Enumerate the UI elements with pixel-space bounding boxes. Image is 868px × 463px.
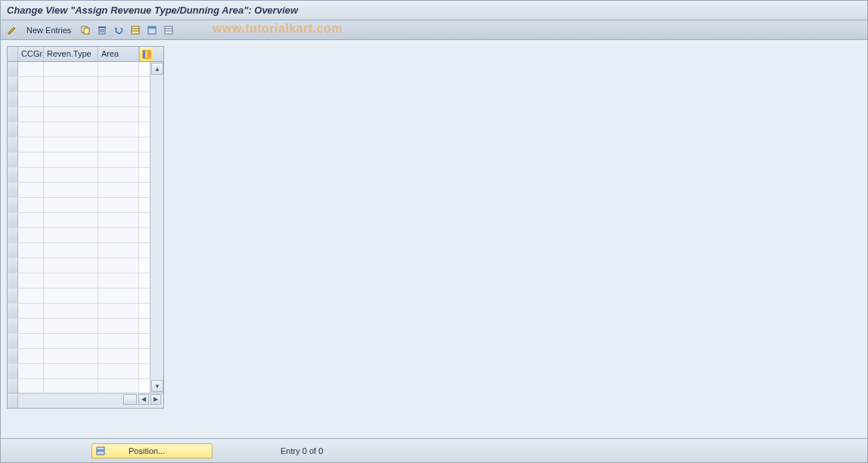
- position-button[interactable]: Position...: [91, 443, 212, 458]
- cell-area[interactable]: [98, 137, 139, 152]
- table-settings-button[interactable]: [139, 47, 153, 61]
- cell-reven-type[interactable]: [44, 273, 98, 288]
- table-row[interactable]: [8, 198, 150, 213]
- cell-ccgr[interactable]: [18, 258, 44, 273]
- cell-reven-type[interactable]: [44, 62, 98, 76]
- row-selector[interactable]: [8, 273, 18, 288]
- row-selector[interactable]: [8, 243, 18, 258]
- cell-area[interactable]: [98, 153, 139, 167]
- cell-reven-type[interactable]: [44, 379, 98, 393]
- cell-ccgr[interactable]: [18, 153, 44, 167]
- table-row[interactable]: [8, 153, 150, 168]
- scroll-up-button[interactable]: ▲: [151, 63, 163, 75]
- new-entries-button[interactable]: New Entries: [22, 26, 76, 35]
- cell-reven-type[interactable]: [44, 107, 98, 122]
- column-header-ccgr[interactable]: CCGr: [18, 47, 44, 61]
- row-selector[interactable]: [8, 334, 18, 348]
- cell-ccgr[interactable]: [18, 92, 44, 106]
- table-row[interactable]: [8, 122, 150, 137]
- cell-area[interactable]: [98, 243, 139, 258]
- cell-area[interactable]: [98, 289, 139, 303]
- cell-reven-type[interactable]: [44, 122, 98, 137]
- cell-ccgr[interactable]: [18, 77, 44, 91]
- cell-ccgr[interactable]: [18, 273, 44, 288]
- scroll-down-button[interactable]: ▼: [151, 380, 163, 392]
- cell-ccgr[interactable]: [18, 228, 44, 242]
- row-selector[interactable]: [8, 122, 18, 137]
- cell-reven-type[interactable]: [44, 153, 98, 167]
- row-selector[interactable]: [8, 304, 18, 318]
- cell-ccgr[interactable]: [18, 364, 44, 378]
- cell-area[interactable]: [98, 77, 139, 91]
- table-row[interactable]: [8, 243, 150, 258]
- cell-area[interactable]: [98, 92, 139, 106]
- table-row[interactable]: [8, 77, 150, 92]
- cell-area[interactable]: [98, 198, 139, 212]
- cell-area[interactable]: [98, 319, 139, 333]
- cell-ccgr[interactable]: [18, 334, 44, 348]
- table-row[interactable]: [8, 273, 150, 289]
- row-selector[interactable]: [8, 183, 18, 197]
- row-selector[interactable]: [8, 77, 18, 91]
- row-selector[interactable]: [8, 289, 18, 303]
- row-selector[interactable]: [8, 228, 18, 242]
- cell-reven-type[interactable]: [44, 304, 98, 318]
- table-row[interactable]: [8, 62, 150, 77]
- cell-reven-type[interactable]: [44, 198, 98, 212]
- table-row[interactable]: [8, 258, 150, 273]
- table-row[interactable]: [8, 289, 150, 304]
- cell-ccgr[interactable]: [18, 213, 44, 227]
- cell-area[interactable]: [98, 364, 139, 378]
- table-row[interactable]: [8, 168, 150, 183]
- cell-ccgr[interactable]: [18, 349, 44, 363]
- cell-ccgr[interactable]: [18, 379, 44, 393]
- table-row[interactable]: [8, 92, 150, 107]
- cell-ccgr[interactable]: [18, 243, 44, 258]
- cell-ccgr[interactable]: [18, 198, 44, 212]
- cell-area[interactable]: [98, 228, 139, 242]
- table-row[interactable]: [8, 137, 150, 153]
- cell-reven-type[interactable]: [44, 258, 98, 273]
- cell-reven-type[interactable]: [44, 243, 98, 258]
- table-row[interactable]: [8, 183, 150, 198]
- cell-reven-type[interactable]: [44, 183, 98, 197]
- column-header-reven-type[interactable]: Reven.Type: [44, 47, 98, 61]
- cell-area[interactable]: [98, 304, 139, 318]
- row-selector[interactable]: [8, 107, 18, 122]
- table-row[interactable]: [8, 349, 150, 364]
- row-selector[interactable]: [8, 137, 18, 152]
- cell-ccgr[interactable]: [18, 107, 44, 122]
- row-selector[interactable]: [8, 213, 18, 227]
- cell-area[interactable]: [98, 334, 139, 348]
- cell-reven-type[interactable]: [44, 77, 98, 91]
- undo-change-icon[interactable]: [112, 23, 126, 37]
- cell-ccgr[interactable]: [18, 137, 44, 152]
- cell-area[interactable]: [98, 168, 139, 182]
- table-row[interactable]: [8, 364, 150, 379]
- cell-ccgr[interactable]: [18, 304, 44, 318]
- column-header-area[interactable]: Area: [98, 47, 139, 61]
- row-selector[interactable]: [8, 153, 18, 167]
- select-all-icon[interactable]: [129, 23, 142, 37]
- cell-area[interactable]: [98, 107, 139, 122]
- scroll-right-button[interactable]: ▶: [150, 394, 161, 405]
- deselect-all-icon[interactable]: [162, 23, 175, 37]
- row-selector[interactable]: [8, 364, 18, 378]
- hscroll-thumb[interactable]: [123, 394, 137, 405]
- cell-ccgr[interactable]: [18, 183, 44, 197]
- cell-reven-type[interactable]: [44, 334, 98, 348]
- table-row[interactable]: [8, 228, 150, 243]
- scroll-left-button[interactable]: ◀: [138, 394, 149, 405]
- table-row[interactable]: [8, 319, 150, 334]
- cell-ccgr[interactable]: [18, 168, 44, 182]
- cell-area[interactable]: [98, 258, 139, 273]
- cell-reven-type[interactable]: [44, 319, 98, 333]
- vertical-scrollbar[interactable]: ▲ ▼: [150, 62, 163, 393]
- cell-reven-type[interactable]: [44, 228, 98, 242]
- cell-reven-type[interactable]: [44, 364, 98, 378]
- cell-area[interactable]: [98, 213, 139, 227]
- toggle-display-change-icon[interactable]: [5, 23, 19, 37]
- table-row[interactable]: [8, 304, 150, 319]
- row-selector[interactable]: [8, 168, 18, 182]
- row-selector[interactable]: [8, 62, 18, 76]
